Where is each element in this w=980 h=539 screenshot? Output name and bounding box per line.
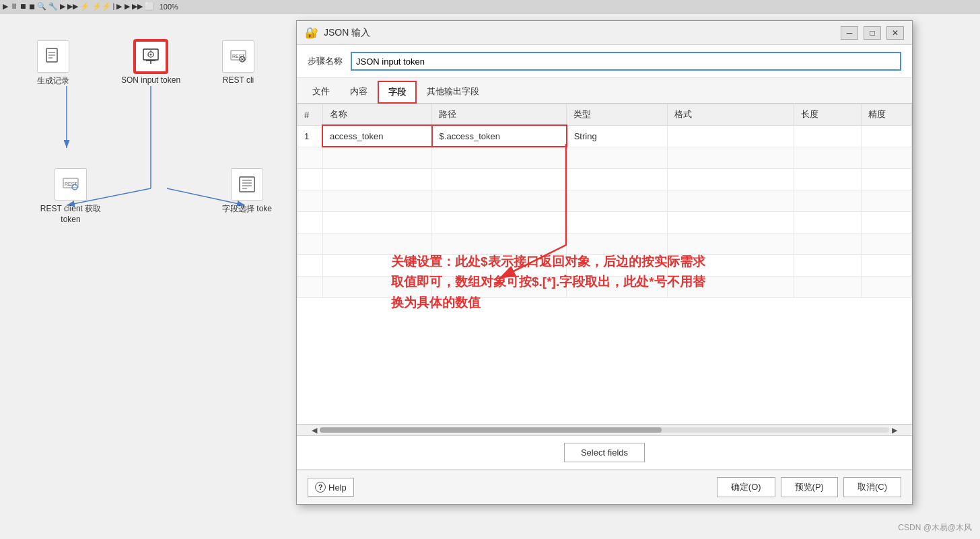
toolbar-controls: ▶ ⏸ ⏹ ◼ 🔍 🔧 ▶ ▶▶ ⚡ ⚡⚡ | ▶ ▶ ▶▶ ⬜ [3, 2, 154, 11]
watermark: CSDN @木易@木风 [898, 522, 972, 534]
annotation-text: 关键设置：此处$表示接口返回对象，后边的按实际需求 取值即可，数组对象可按$.[… [391, 252, 829, 313]
cell-name-1[interactable]: access_token [322, 125, 432, 147]
select-fields-button[interactable]: Select fields [564, 443, 645, 462]
help-button[interactable]: ? Help [308, 478, 354, 497]
step-name-label: 步骤名称 [308, 55, 343, 67]
cell-precision-1[interactable] [861, 125, 911, 147]
scrollbar-thumb[interactable] [320, 427, 662, 433]
rest-client-top-icon: REST [222, 40, 254, 73]
table-row[interactable]: 1 access_token $.access_token String [298, 125, 912, 147]
close-button[interactable]: ✕ [886, 26, 904, 40]
step-name-row: 步骤名称 [297, 45, 912, 78]
scroll-left-arrow[interactable]: ◀ [309, 426, 320, 435]
tab-file[interactable]: 文件 [302, 81, 340, 103]
node-rest-client-top[interactable]: REST REST cli [222, 40, 254, 85]
annotation-line3: 换为具体的数值 [391, 295, 481, 310]
table-row[interactable] [298, 211, 912, 233]
cell-length-1[interactable] [794, 125, 861, 147]
tab-content[interactable]: 内容 [340, 81, 378, 103]
col-header-num: # [298, 104, 323, 126]
rest-client-top-label: REST cli [223, 75, 254, 85]
annotation-line1: 关键设置：此处$表示接口返回对象，后边的按实际需求 [391, 254, 705, 268]
tab-other-output[interactable]: 其他输出字段 [417, 81, 489, 103]
fields-table-container: # 名称 路径 类型 格式 长度 精度 1 access_token $.acc… [297, 104, 912, 424]
col-header-type: 类型 [567, 104, 668, 126]
dialog-title-icon: 🔐 [305, 26, 318, 39]
field-select-token-icon [231, 168, 263, 201]
col-header-length: 长度 [794, 104, 861, 126]
cell-format-1[interactable] [668, 125, 794, 147]
minimize-button[interactable]: ─ [841, 26, 858, 40]
help-icon: ? [315, 482, 326, 493]
json-input-dialog: 🔐 JSON 输入 ─ □ ✕ 步骤名称 文件 内容 字段 其他输出字段 # 名… [296, 20, 913, 505]
horizontal-scrollbar[interactable]: ◀ ▶ [297, 424, 912, 436]
node-rest-client-get-token[interactable]: REST REST client 获取token [37, 168, 104, 224]
table-row[interactable] [298, 168, 912, 190]
node-field-select-token[interactable]: 字段选择 toke [222, 168, 272, 215]
dialog-title-text: JSON 输入 [324, 27, 370, 39]
col-header-path: 路径 [432, 104, 567, 126]
dialog-buttons: ? Help 确定(O) 预览(P) 取消(C) [297, 470, 912, 504]
json-input-token-label: SON input token [121, 75, 180, 85]
tabs-row: 文件 内容 字段 其他输出字段 [297, 78, 912, 104]
col-header-precision: 精度 [861, 104, 911, 126]
table-row[interactable] [298, 190, 912, 211]
cell-num-1: 1 [298, 125, 323, 147]
scrollbar-track[interactable] [320, 427, 889, 433]
preview-button[interactable]: 预览(P) [781, 477, 838, 497]
table-header-row: # 名称 路径 类型 格式 长度 精度 [298, 104, 912, 126]
cancel-button[interactable]: 取消(C) [843, 477, 901, 497]
node-generate-record[interactable]: 生成记录 [37, 40, 69, 87]
field-select-token-label: 字段选择 toke [222, 203, 272, 215]
canvas-nodes: 生成记录 SON input token REST [0, 13, 296, 539]
svg-point-11 [150, 54, 152, 56]
generate-record-label: 生成记录 [37, 75, 69, 87]
json-input-token-icon [135, 40, 167, 73]
tab-fields[interactable]: 字段 [378, 81, 417, 104]
node-json-input-token[interactable]: SON input token [121, 40, 180, 85]
step-name-input[interactable] [351, 52, 901, 71]
zoom-level[interactable]: 100% [160, 3, 178, 11]
toolbar: ▶ ⏸ ⏹ ◼ 🔍 🔧 ▶ ▶▶ ⚡ ⚡⚡ | ▶ ▶ ▶▶ ⬜ 100% [0, 0, 980, 13]
table-row[interactable] [298, 147, 912, 168]
annotation-line2: 取值即可，数组对象可按$.[*].字段取出，此处*号不用替 [391, 275, 705, 289]
generate-record-icon [37, 40, 69, 73]
help-label: Help [328, 482, 347, 493]
col-header-name: 名称 [322, 104, 432, 126]
select-fields-row: Select fields [297, 436, 912, 470]
rest-client-get-token-label: REST client 获取token [37, 203, 104, 224]
dialog-titlebar: 🔐 JSON 输入 ─ □ ✕ [297, 21, 912, 45]
maximize-button[interactable]: □ [864, 26, 881, 40]
cell-path-1[interactable]: $.access_token [432, 125, 567, 147]
confirm-button[interactable]: 确定(O) [717, 477, 775, 497]
cell-type-1[interactable]: String [567, 125, 668, 147]
rest-client-get-token-icon: REST [55, 168, 87, 201]
col-header-format: 格式 [668, 104, 794, 126]
scroll-right-arrow[interactable]: ▶ [889, 426, 900, 435]
svg-rect-23 [240, 177, 254, 192]
